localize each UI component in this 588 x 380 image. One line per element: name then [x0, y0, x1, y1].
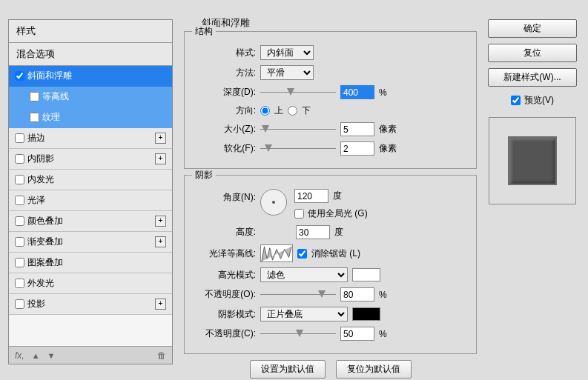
- direction-label: 方向:: [192, 104, 256, 117]
- style-row-innerglow[interactable]: 内发光: [9, 170, 172, 190]
- style-row-stroke[interactable]: 描边 +: [9, 128, 172, 149]
- set-default-button[interactable]: 设置为默认值: [250, 360, 326, 379]
- gloss-contour-label: 光泽等高线:: [192, 247, 256, 260]
- angle-input[interactable]: [294, 189, 328, 203]
- panel-title: 斜面和浮雕: [202, 16, 477, 30]
- add-gradientoverlay-button[interactable]: +: [155, 236, 166, 247]
- style-check-stroke[interactable]: [15, 133, 24, 143]
- shadow-opacity-slider[interactable]: [260, 329, 336, 339]
- gloss-contour-picker[interactable]: [260, 244, 293, 262]
- style-row-contour[interactable]: 等高线: [9, 87, 172, 107]
- method-select[interactable]: 平滑: [260, 65, 314, 80]
- style-row-coloroverlay[interactable]: 颜色叠加 +: [9, 211, 172, 232]
- highlight-opacity-input[interactable]: [340, 287, 374, 301]
- direction-up-radio[interactable]: [260, 106, 270, 116]
- add-stroke-button[interactable]: +: [155, 133, 166, 144]
- fx-icon[interactable]: fx,: [15, 350, 24, 361]
- style-row-patternoverlay[interactable]: 图案叠加: [9, 253, 172, 273]
- style-row-texture[interactable]: 纹理: [9, 107, 172, 128]
- add-coloroverlay-button[interactable]: +: [155, 216, 166, 227]
- altitude-label: 高度:: [192, 226, 256, 239]
- style-check-coloroverlay[interactable]: [15, 216, 24, 226]
- style-check-gradientoverlay[interactable]: [15, 237, 24, 247]
- style-row-dropshadow[interactable]: 投影 +: [9, 294, 172, 315]
- shadow-mode-select[interactable]: 正片叠底: [260, 307, 348, 321]
- depth-input[interactable]: [340, 85, 374, 99]
- style-row-innershadow[interactable]: 内阴影 +: [9, 149, 172, 170]
- highlight-mode-select[interactable]: 滤色: [260, 267, 348, 282]
- style-label: 样式:: [192, 47, 256, 59]
- shadow-opacity-input[interactable]: [340, 327, 374, 341]
- styles-footer: fx, ▲ ▼ 🗑: [9, 346, 172, 364]
- shading-group: 阴影 角度(N): 度 使用全局光 (G) 高度: 度 光泽等高线:: [184, 175, 477, 354]
- ok-button[interactable]: 确定: [488, 19, 577, 38]
- structure-group: 结构 样式: 内斜面 方法: 平滑 深度(D): % 方向: 上 下 大小(Z)…: [184, 31, 477, 169]
- add-dropshadow-button[interactable]: +: [155, 299, 166, 310]
- move-up-icon[interactable]: ▲: [32, 351, 40, 360]
- style-row-outerglow[interactable]: 外发光: [9, 273, 172, 294]
- shadow-color-swatch[interactable]: [352, 307, 380, 321]
- shading-legend: 阴影: [192, 169, 216, 181]
- new-style-button[interactable]: 新建样式(W)...: [488, 68, 577, 87]
- style-check-dropshadow[interactable]: [15, 299, 24, 309]
- style-check-patternoverlay[interactable]: [15, 258, 24, 267]
- styles-header: 样式: [9, 20, 172, 43]
- soften-slider[interactable]: [260, 144, 336, 154]
- add-innershadow-button[interactable]: +: [155, 153, 166, 164]
- style-check-satin[interactable]: [15, 196, 24, 205]
- size-label: 大小(Z):: [192, 123, 256, 136]
- shadow-mode-label: 阴影模式:: [192, 308, 256, 321]
- antialias-checkbox[interactable]: [297, 249, 307, 259]
- style-check-texture[interactable]: [30, 113, 39, 122]
- style-row-bevel[interactable]: 斜面和浮雕: [9, 66, 172, 87]
- depth-slider[interactable]: [260, 87, 336, 98]
- size-slider[interactable]: [260, 124, 336, 135]
- cancel-button[interactable]: 复位: [488, 44, 577, 62]
- highlight-opacity-slider[interactable]: [260, 290, 336, 300]
- highlight-opacity-label: 不透明度(O):: [192, 288, 256, 301]
- direction-down-radio[interactable]: [288, 106, 297, 116]
- trash-icon[interactable]: 🗑: [157, 350, 166, 361]
- preview-swatch: [508, 136, 557, 185]
- style-row-satin[interactable]: 光泽: [9, 190, 172, 211]
- angle-dial[interactable]: [260, 189, 287, 216]
- preview-checkbox[interactable]: [511, 96, 521, 105]
- shadow-opacity-label: 不透明度(C):: [192, 327, 256, 340]
- structure-legend: 结构: [192, 25, 216, 38]
- size-input[interactable]: [340, 122, 374, 136]
- preview-box: [489, 117, 576, 204]
- right-button-panel: 确定 复位 新建样式(W)... 预览(V): [487, 19, 578, 204]
- style-check-innerglow[interactable]: [15, 175, 24, 184]
- style-row-gradientoverlay[interactable]: 渐变叠加 +: [9, 232, 172, 253]
- styles-list-panel: 样式 混合选项 斜面和浮雕 等高线 纹理 描边 + 内阴影 + 内发光 光泽 颜…: [8, 19, 173, 364]
- soften-input[interactable]: [340, 141, 374, 156]
- move-down-icon[interactable]: ▼: [47, 351, 56, 360]
- soften-label: 软化(F):: [192, 142, 256, 155]
- style-check-innershadow[interactable]: [15, 154, 24, 164]
- style-check-contour[interactable]: [30, 92, 39, 101]
- reset-default-button[interactable]: 复位为默认值: [336, 360, 412, 379]
- blending-options-row[interactable]: 混合选项: [9, 43, 172, 66]
- style-select[interactable]: 内斜面: [260, 45, 314, 60]
- highlight-color-swatch[interactable]: [352, 268, 380, 281]
- angle-label: 角度(N):: [192, 191, 256, 204]
- style-check-outerglow[interactable]: [15, 279, 24, 288]
- method-label: 方法:: [192, 67, 256, 79]
- settings-panel: 斜面和浮雕 结构 样式: 内斜面 方法: 平滑 深度(D): % 方向: 上 下…: [184, 16, 477, 379]
- highlight-mode-label: 高光模式:: [192, 269, 256, 281]
- altitude-input[interactable]: [296, 225, 330, 239]
- global-light-checkbox[interactable]: [294, 209, 304, 219]
- depth-label: 深度(D):: [192, 86, 256, 99]
- style-check-bevel[interactable]: [15, 71, 24, 81]
- preview-label: 预览(V): [524, 94, 554, 107]
